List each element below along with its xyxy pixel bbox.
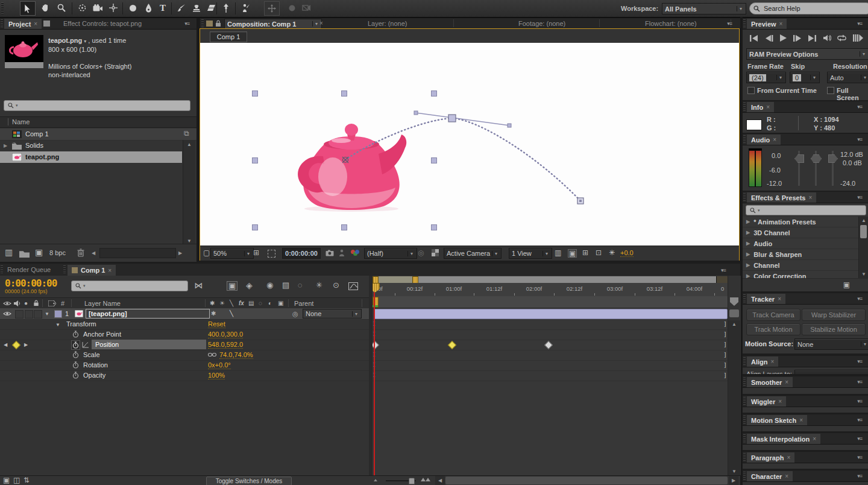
tab-motion-sketch[interactable]: Motion Sketch× (747, 415, 807, 425)
comp-viewer[interactable] (200, 43, 739, 246)
solo-column-icon[interactable]: ● (24, 300, 28, 307)
comp-flowchart-icon[interactable]: ⊡ (596, 249, 602, 256)
graph-editor-icon[interactable] (348, 282, 358, 290)
brainstorm-icon[interactable]: ✳ (316, 282, 322, 289)
tab-flowchart[interactable]: Flowchart: (none) (645, 20, 697, 27)
panel-menu-icon[interactable]: ▾≡ (727, 21, 732, 27)
eye-icon[interactable] (3, 311, 11, 317)
panel-menu-icon[interactable]: ▾≡ (857, 136, 862, 142)
close-icon[interactable]: × (766, 104, 770, 110)
comp-button[interactable] (729, 309, 739, 317)
view-axis-mode-icon[interactable] (299, 1, 313, 14)
tab-project[interactable]: Project× (4, 19, 42, 29)
effects-category[interactable]: ▶3D Channel (743, 227, 858, 238)
shy-layers-icon[interactable]: ◉ (266, 282, 273, 289)
prev-frame-icon[interactable] (765, 35, 773, 42)
last-frame-icon[interactable] (808, 35, 817, 42)
position-value[interactable]: 548.0,592.0 (208, 341, 243, 349)
preview-resolution-dropdown[interactable]: Auto▾ (827, 72, 868, 83)
timeline-graph-area[interactable]: 0:00f 00:12f 01:00f 01:12f 02:00f 02:12f… (373, 276, 728, 475)
panel-menu-icon[interactable]: ▾≡ (721, 267, 726, 273)
project-bpc[interactable]: 8 bpc (49, 249, 66, 256)
new-folder-icon[interactable] (19, 250, 30, 258)
share-view-icon[interactable]: ▥ (555, 249, 561, 256)
property-name[interactable]: Rotation (83, 361, 108, 369)
tab-effects-presets[interactable]: Effects & Presets× (747, 192, 816, 203)
threed-column-icon[interactable]: ▣ (278, 300, 283, 307)
close-icon[interactable]: × (785, 379, 788, 385)
footage-name[interactable]: teapot.png (48, 37, 82, 44)
position-highlight[interactable]: Position (92, 340, 206, 349)
close-icon[interactable]: × (778, 398, 782, 405)
panel-menu-icon[interactable]: ▾≡ (857, 296, 862, 302)
effects-category[interactable]: ▶Channel (743, 260, 858, 271)
panel-menu-icon[interactable]: ▾≡ (857, 21, 862, 27)
tab-info[interactable]: Info× (747, 102, 774, 112)
transparency-grid-icon[interactable] (432, 249, 439, 256)
comp-timecode[interactable]: 0:00:00:00 (282, 248, 321, 259)
comp-marker-bin[interactable] (730, 297, 738, 306)
layer-name-column-header[interactable]: Layer Name (84, 300, 121, 307)
scroll-right-icon[interactable]: ▶ (178, 250, 182, 256)
motion-path[interactable] (200, 43, 739, 246)
tab-smoother[interactable]: Smoother× (747, 377, 793, 387)
transform-group-row[interactable]: ▼ Transform Reset (0, 319, 369, 330)
camera-tool-icon[interactable] (90, 1, 105, 14)
tab-preview[interactable]: Preview× (747, 19, 787, 29)
opacity-value[interactable]: 100% (208, 372, 225, 379)
hand-tool-icon[interactable] (38, 1, 52, 14)
adjustment-column-icon[interactable]: ◐ (268, 300, 272, 307)
disclosure-right-icon[interactable]: ▶ (746, 230, 750, 235)
project-item-solids[interactable]: ▶ Solids (0, 140, 182, 152)
panel-menu-icon[interactable]: ▾≡ (857, 473, 862, 479)
tab-layer[interactable]: Layer: (none) (368, 20, 407, 27)
auto-keyframe-icon[interactable]: ⊙ (333, 282, 339, 289)
time-ruler[interactable]: 0:00f 00:12f 01:00f 01:12f 02:00f 02:12f… (373, 283, 728, 297)
timeline-button-icon[interactable]: ⊞ (582, 249, 588, 256)
timeline-search-field[interactable]: ▾ (71, 281, 188, 291)
audio-master-slider[interactable] (811, 154, 822, 163)
exposure-value[interactable]: +0.0 (620, 249, 634, 257)
parent-pickwhip-icon[interactable]: ◎ (292, 310, 298, 317)
opacity-row[interactable]: Opacity 100% (0, 370, 369, 381)
loop-icon[interactable] (837, 34, 846, 42)
stopwatch-icon[interactable] (72, 351, 79, 358)
close-icon[interactable]: × (813, 436, 816, 442)
eye-icon[interactable] (3, 300, 11, 306)
frame-blend-column-icon[interactable]: ▤ (248, 300, 254, 307)
active-camera-dropdown[interactable]: Active Camera▾ (444, 248, 502, 259)
audio-column-icon[interactable] (14, 300, 20, 306)
play-icon[interactable] (779, 34, 787, 42)
panel-menu-icon[interactable]: ▾≡ (857, 194, 862, 200)
new-composition-icon[interactable]: ▣ (35, 249, 43, 256)
horizontal-scrollbar[interactable] (99, 248, 176, 258)
local-axis-mode-icon[interactable] (264, 1, 280, 16)
pen-tool-icon[interactable] (141, 1, 156, 14)
layer-duration-bar[interactable] (374, 309, 728, 319)
effects-scrollbar[interactable]: ▲ ▼ (858, 217, 868, 278)
layer-row[interactable]: ▼ 1 [teapot.png] ✱ ╲ ◎ None▾ (0, 308, 369, 320)
brush-tool-icon[interactable] (174, 1, 189, 14)
transform-label[interactable]: Transform (66, 320, 96, 328)
search-help-field[interactable]: Search Help (749, 2, 868, 14)
target-region-icon[interactable]: ◎ (418, 249, 424, 256)
track-camera-button[interactable]: Track Camera (746, 309, 800, 321)
audio-mute-icon[interactable] (823, 34, 831, 42)
zoom-in-timeline-icon[interactable] (421, 478, 426, 481)
panel-menu-icon[interactable]: ▾≡ (857, 417, 862, 423)
always-preview-icon[interactable]: ▢ (203, 249, 210, 256)
timeline-zoom-slider[interactable] (386, 480, 416, 481)
collapse-column-icon[interactable]: ☀ (219, 300, 225, 307)
close-icon[interactable]: × (771, 358, 775, 365)
position-row[interactable]: ▶ ▶ Position 548.0,592.0 (0, 340, 369, 350)
scroll-left-icon[interactable]: ◀ (92, 250, 95, 256)
frame-rate-dropdown[interactable]: (24)▾ (746, 72, 786, 83)
tab-tracker[interactable]: Tracker× (747, 294, 785, 304)
draft-3d-icon[interactable]: ◈ (246, 282, 253, 289)
tab-composition[interactable]: Composition: Comp 1 ▾ (224, 19, 322, 29)
transform-reset[interactable]: Reset (208, 320, 225, 328)
tab-audio[interactable]: Audio× (747, 135, 781, 145)
effects-category[interactable]: ▶Audio (743, 238, 858, 249)
tab-wiggler[interactable]: Wiggler× (747, 396, 786, 407)
zoom-tool-icon[interactable] (54, 1, 69, 14)
